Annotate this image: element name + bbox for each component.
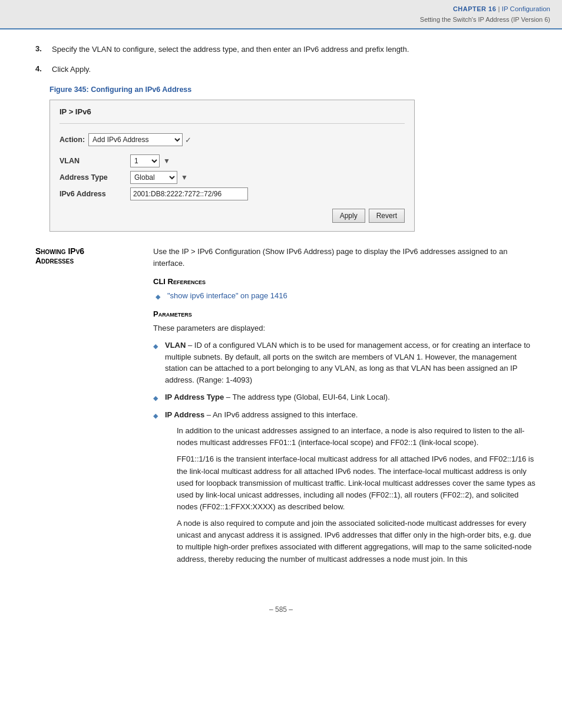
- chapter-subtitle: Setting the Switch's IP Address (IP Vers…: [420, 15, 550, 25]
- chapter-label: Chapter 16: [453, 5, 496, 12]
- cli-references-section: CLI References ◆ "show ipv6 interface" o…: [153, 276, 538, 301]
- figure-box: IP > IPv6 Action: Add IPv6 Address Show …: [49, 100, 415, 232]
- ipv6-address-input[interactable]: [130, 187, 248, 200]
- ipv6-address-label: IPv6 Address: [59, 190, 130, 198]
- ip-addr-desc: An IPv6 address assigned to this interfa…: [213, 410, 358, 419]
- figure-divider: [59, 123, 405, 124]
- cli-link-row: ◆ "show ipv6 interface" on page 1416: [156, 290, 538, 302]
- address-type-select[interactable]: Global EUI-64 Link Local: [130, 171, 177, 184]
- param-ip-address: ◆ IP Address – An IPv6 address assigned …: [153, 409, 538, 565]
- page-number: – 585 –: [269, 605, 293, 614]
- action-checkmark: ✓: [185, 136, 191, 144]
- step-3-num: 3.: [35, 44, 49, 53]
- ip-addr-type-sep: –: [224, 393, 232, 401]
- step-4-num: 4.: [35, 64, 49, 73]
- vlan-label: VLAN: [59, 157, 130, 165]
- showing-content: Use the IP > IPv6 Configuration (Show IP…: [153, 246, 538, 571]
- showing-section: Showing IPv6 Addresses Use the IP > IPv6…: [35, 246, 538, 571]
- ip-addr-type-desc: The address type (Global, EUI-64, Link L…: [232, 393, 389, 401]
- cli-link[interactable]: "show ipv6 interface" on page 1416: [167, 290, 287, 302]
- cli-references-title: CLI References: [153, 276, 538, 288]
- address-type-arrow-icon: ▼: [181, 173, 188, 182]
- ip-addr-type-content: IP Address Type – The address type (Glob…: [165, 391, 538, 403]
- address-type-row: Address Type Global EUI-64 Link Local ▼: [59, 171, 405, 184]
- figure-caption: Figure 345: Configuring an IPv6 Address: [49, 85, 538, 94]
- step-3: 3. Specify the VLAN to configure, select…: [35, 44, 538, 55]
- vlan-param-content: VLAN – ID of a configured VLAN which is …: [165, 340, 538, 386]
- showing-label: Showing IPv6 Addresses: [35, 246, 153, 571]
- ip-addr-bullet-icon: ◆: [153, 411, 160, 421]
- params-intro: These parameters are displayed:: [153, 322, 538, 334]
- ip-addr-type-bullet-icon: ◆: [153, 393, 160, 403]
- button-row: Apply Revert: [59, 206, 405, 223]
- vlan-select[interactable]: 1 2: [130, 154, 160, 167]
- showing-title-line2: Addresses: [35, 256, 74, 265]
- vlan-arrow-icon: ▼: [163, 157, 170, 165]
- figure-box-title: IP > IPv6: [59, 107, 405, 116]
- param-vlan: ◆ VLAN – ID of a configured VLAN which i…: [153, 340, 538, 386]
- parameters-section: Parameters These parameters are displaye…: [153, 308, 538, 565]
- vlan-param-term: VLAN: [165, 341, 186, 350]
- action-select[interactable]: Add IPv6 Address Show IPv6 Address: [88, 133, 183, 146]
- parameters-title: Parameters: [153, 308, 538, 320]
- ip-addr-term: IP Address: [165, 410, 204, 419]
- ip-addr-subpara-1: In addition to the unicast addresses ass…: [177, 425, 538, 449]
- cli-bullet-icon: ◆: [156, 292, 163, 302]
- vlan-row: VLAN 1 2 ▼: [59, 154, 405, 167]
- apply-button[interactable]: Apply: [332, 209, 365, 223]
- main-content: 3. Specify the VLAN to configure, select…: [0, 29, 562, 594]
- address-type-control: Global EUI-64 Link Local ▼: [130, 171, 188, 184]
- vlan-bullet-icon: ◆: [153, 341, 160, 351]
- vlan-param-desc: ID of a configured VLAN which is to be u…: [165, 341, 530, 384]
- ipv6-address-row: IPv6 Address: [59, 187, 405, 200]
- param-ip-address-type: ◆ IP Address Type – The address type (Gl…: [153, 391, 538, 403]
- ip-addr-subpara-3: A node is also required to compute and j…: [177, 518, 538, 565]
- chapter-title: IP Configuration: [502, 5, 550, 12]
- chapter-info: Chapter 16 | IP Configuration Setting th…: [420, 4, 550, 25]
- ip-addr-sep: –: [204, 410, 213, 419]
- action-row: Action: Add IPv6 Address Show IPv6 Addre…: [59, 133, 405, 146]
- action-label: Action:: [59, 136, 85, 144]
- step-4: 4. Click Apply.: [35, 64, 538, 75]
- ip-addr-subpara-2: FF01::1/16 is the transient interface-lo…: [177, 453, 538, 513]
- ip-addr-type-term: IP Address Type: [165, 393, 224, 401]
- showing-title-line1: Showing IPv6: [35, 246, 84, 256]
- showing-title: Showing IPv6 Addresses: [35, 246, 84, 265]
- step-3-text: Specify the VLAN to configure, select th…: [52, 44, 409, 55]
- page-header: Chapter 16 | IP Configuration Setting th…: [0, 0, 562, 29]
- revert-button[interactable]: Revert: [369, 209, 405, 223]
- step-4-text: Click Apply.: [52, 64, 91, 75]
- page-footer: – 585 –: [0, 594, 562, 620]
- vlan-param-sep: –: [186, 341, 194, 350]
- address-type-label: Address Type: [59, 173, 130, 182]
- showing-intro: Use the IP > IPv6 Configuration (Show IP…: [153, 246, 538, 269]
- vlan-control: 1 2 ▼: [130, 154, 170, 167]
- ip-addr-content: IP Address – An IPv6 address assigned to…: [165, 409, 538, 565]
